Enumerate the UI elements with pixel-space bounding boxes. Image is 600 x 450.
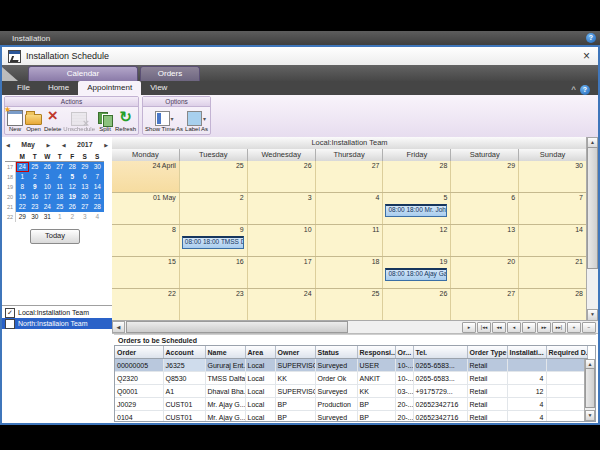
calendar-day-cell[interactable]: 3: [248, 193, 316, 224]
cell[interactable]: Mr. Ajay G...: [205, 411, 245, 423]
calendar-vscrollbar-thumb[interactable]: [587, 147, 598, 269]
cell[interactable]: 4: [507, 372, 546, 385]
mini-calendar-day[interactable]: 25: [29, 162, 42, 172]
mini-calendar-day[interactable]: 16: [29, 192, 42, 202]
cell[interactable]: ANKIT: [357, 372, 395, 385]
column-header-or[interactable]: Or...: [395, 346, 413, 359]
cell[interactable]: A1: [163, 385, 205, 398]
mini-calendar-day[interactable]: 3: [79, 212, 92, 222]
mini-calendar-day[interactable]: 1: [54, 212, 67, 222]
mini-calendar-day[interactable]: 23: [29, 202, 42, 212]
cell[interactable]: Retail: [467, 372, 507, 385]
column-header-account[interactable]: Account: [163, 346, 205, 359]
calendar-day-cell[interactable]: 28: [519, 289, 587, 320]
calendar-day-cell[interactable]: 6: [451, 193, 519, 224]
calendar-day-cell[interactable]: 508:00 18:00 Mr. John D: [383, 193, 451, 224]
checkbox[interactable]: ✓: [5, 308, 15, 318]
cell[interactable]: Order Ok: [315, 372, 357, 385]
calendar-day-cell[interactable]: 12: [383, 225, 451, 256]
cell[interactable]: 02652342716: [413, 398, 467, 411]
calendar-day-cell[interactable]: 13: [451, 225, 519, 256]
cell[interactable]: 03-...: [395, 385, 413, 398]
cell[interactable]: Retail: [467, 359, 507, 372]
calendar-day-cell[interactable]: 16: [180, 257, 248, 288]
cell[interactable]: Production: [315, 398, 357, 411]
calendar-day-cell[interactable]: 25: [180, 161, 248, 192]
mini-calendar-day[interactable]: 27: [79, 202, 92, 212]
calendar-day-cell[interactable]: 2: [180, 193, 248, 224]
scroll-left-icon[interactable]: ◀: [112, 321, 125, 333]
next-month-icon[interactable]: ▶: [46, 142, 50, 148]
cell[interactable]: Local: [245, 385, 275, 398]
ribbon-tab-view[interactable]: View: [141, 81, 176, 95]
orders-vscrollbar-thumb[interactable]: [585, 368, 595, 408]
cell[interactable]: Retail: [467, 411, 507, 423]
cell[interactable]: Retail: [467, 385, 507, 398]
mini-calendar-day[interactable]: 12: [66, 182, 79, 192]
mini-calendar-day[interactable]: 29: [79, 162, 92, 172]
column-header-tel[interactable]: Tel.: [413, 346, 467, 359]
calendar-day-cell[interactable]: 30: [519, 161, 587, 192]
cell[interactable]: 0265-6583...: [413, 372, 467, 385]
navigator-button[interactable]: ▸: [462, 322, 476, 333]
navigator-button[interactable]: |◂◂: [477, 322, 491, 333]
cell[interactable]: 10-...: [395, 372, 413, 385]
mini-calendar-day[interactable]: 24: [41, 202, 54, 212]
calendar-day-cell[interactable]: 1908:00 18:00 Ajay Gaut: [383, 257, 451, 288]
calendar-day-cell[interactable]: 26: [248, 161, 316, 192]
today-button[interactable]: Today: [30, 229, 80, 244]
column-header-status[interactable]: Status: [315, 346, 357, 359]
calendar-day-cell[interactable]: 24: [248, 289, 316, 320]
dropdown-arrow-icon[interactable]: ▾: [203, 115, 206, 122]
mini-calendar-day[interactable]: 7: [91, 172, 104, 182]
cell[interactable]: 20-...: [395, 398, 413, 411]
cell[interactable]: 20-...: [395, 411, 413, 423]
cell[interactable]: Local: [245, 411, 275, 423]
team-item[interactable]: ✓Local:Installation Team: [2, 307, 112, 318]
calendar-day-cell[interactable]: 27: [451, 289, 519, 320]
mini-calendar-day[interactable]: 4: [91, 212, 104, 222]
calendar-day-cell[interactable]: 20: [451, 257, 519, 288]
dropdown-arrow-icon[interactable]: ▾: [171, 115, 174, 122]
calendar-day-cell[interactable]: 908:00 18:00 TMSS Dalf: [180, 225, 248, 256]
table-row[interactable]: 0104CUST01Mr. Ajay G...LocalBPSurveyedBP…: [115, 411, 587, 423]
cell[interactable]: BP: [275, 398, 315, 411]
ribbon-tab-file[interactable]: File: [8, 81, 39, 95]
calendar-day-cell[interactable]: 29: [451, 161, 519, 192]
calendar-day-cell[interactable]: 17: [248, 257, 316, 288]
cell[interactable]: 0104: [115, 411, 163, 423]
cell[interactable]: Surveyed: [315, 359, 357, 372]
ribbon-tab-appointment[interactable]: Appointment: [78, 81, 141, 95]
split-button[interactable]: Split: [96, 108, 114, 133]
cell[interactable]: [546, 411, 587, 423]
cell[interactable]: KK: [357, 385, 395, 398]
mini-calendar-day[interactable]: 24: [16, 162, 29, 172]
navigator-button[interactable]: −: [582, 322, 596, 333]
calendar-day-cell[interactable]: 15: [112, 257, 180, 288]
mini-calendar-day[interactable]: 19: [66, 192, 79, 202]
cell[interactable]: SUPERVISOR: [275, 385, 315, 398]
calendar-day-cell[interactable]: 7: [519, 193, 587, 224]
mini-calendar-day[interactable]: 6: [79, 172, 92, 182]
doc-tab-orders[interactable]: Orders: [140, 66, 200, 81]
cell[interactable]: KK: [275, 372, 315, 385]
close-icon[interactable]: ×: [575, 49, 598, 63]
column-header-order[interactable]: Order: [115, 346, 163, 359]
cell[interactable]: BP: [357, 398, 395, 411]
cell[interactable]: Q0001: [115, 385, 163, 398]
column-header-order-type[interactable]: Order Type: [467, 346, 507, 359]
table-row[interactable]: J0029CUST01Mr. Ajay G...LocalBPProductio…: [115, 398, 587, 411]
calendar-hscrollbar[interactable]: ◀ ▸|◂◂◂◂◂▸▸▸▸▸|+−: [112, 320, 598, 333]
team-item[interactable]: North:Installaion Team: [2, 318, 112, 329]
mini-calendar-day[interactable]: 30: [29, 212, 42, 222]
mini-calendar-day[interactable]: 14: [91, 182, 104, 192]
calendar-day-cell[interactable]: 28: [383, 161, 451, 192]
calendar-day-cell[interactable]: 11: [316, 225, 384, 256]
navigator-button[interactable]: ◂: [507, 322, 521, 333]
cell[interactable]: 4: [507, 411, 546, 423]
calendar-day-cell[interactable]: 10: [248, 225, 316, 256]
show-time-as-button[interactable]: ▾Show Time As: [144, 108, 184, 133]
cell[interactable]: J0029: [115, 398, 163, 411]
mini-calendar-day[interactable]: 27: [54, 162, 67, 172]
appointment[interactable]: 08:00 18:00 Mr. John D: [385, 204, 447, 217]
